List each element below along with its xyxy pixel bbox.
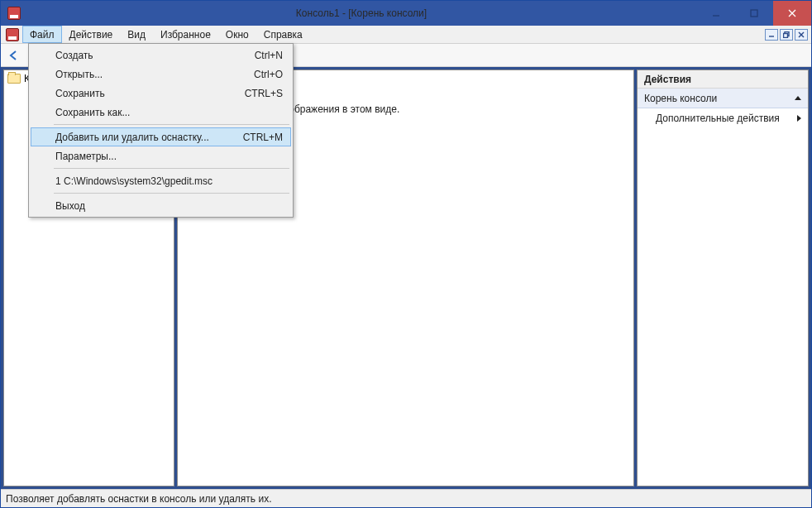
chevron-right-icon bbox=[797, 115, 801, 122]
menu-favorites[interactable]: Избранное bbox=[153, 26, 218, 43]
menu-file[interactable]: Файл bbox=[22, 26, 62, 43]
collapse-icon bbox=[795, 96, 801, 100]
menu-item-exit[interactable]: Выход bbox=[31, 196, 291, 215]
menu-item-add-remove-snapin[interactable]: Добавить или удалить оснастку... CTRL+M bbox=[31, 127, 291, 146]
svg-rect-6 bbox=[784, 33, 788, 37]
menu-item-label: Параметры... bbox=[55, 151, 117, 162]
menu-item-open[interactable]: Открыть... Ctrl+O bbox=[31, 65, 291, 84]
maximize-button[interactable] bbox=[735, 1, 773, 26]
menubar: Файл Действие Вид Избранное Окно Справка bbox=[1, 26, 811, 44]
menu-help[interactable]: Справка bbox=[256, 26, 310, 43]
mdi-restore-button[interactable] bbox=[780, 29, 793, 41]
minimize-button[interactable] bbox=[697, 1, 735, 26]
menu-item-create[interactable]: Создать Ctrl+N bbox=[31, 46, 291, 65]
menu-item-label: Добавить или удалить оснастку... bbox=[55, 132, 209, 143]
close-button[interactable] bbox=[773, 1, 811, 26]
window-controls bbox=[697, 1, 811, 26]
menu-view[interactable]: Вид bbox=[120, 26, 153, 43]
titlebar: Консоль1 - [Корень консоли] bbox=[1, 1, 811, 26]
menu-separator bbox=[54, 168, 289, 169]
actions-more-row[interactable]: Дополнительные действия bbox=[638, 108, 808, 128]
menu-action[interactable]: Действие bbox=[62, 26, 121, 43]
menu-item-label: Сохранить bbox=[55, 88, 105, 99]
actions-header: Действия bbox=[638, 70, 808, 89]
menu-item-label: Создать bbox=[55, 50, 93, 61]
menu-item-label: Сохранить как... bbox=[55, 107, 130, 118]
app-icon-small bbox=[6, 28, 19, 41]
menu-window[interactable]: Окно bbox=[218, 26, 256, 43]
menu-item-options[interactable]: Параметры... bbox=[31, 146, 291, 165]
window-title: Консоль1 - [Корень консоли] bbox=[26, 7, 697, 19]
menu-separator bbox=[54, 193, 289, 194]
menu-separator bbox=[54, 124, 289, 125]
status-text: Позволяет добавлять оснастки в консоль и… bbox=[6, 493, 271, 505]
menu-item-label: Выход bbox=[55, 200, 85, 212]
menu-item-label: Открыть... bbox=[55, 69, 103, 80]
menu-item-label: 1 C:\Windows\system32\gpedit.msc bbox=[55, 175, 213, 187]
actions-more-label: Дополнительные действия bbox=[656, 113, 780, 124]
file-menu-dropdown: Создать Ctrl+N Открыть... Ctrl+O Сохрани… bbox=[28, 43, 294, 218]
mdi-minimize-button[interactable] bbox=[765, 29, 778, 41]
menu-item-shortcut: Ctrl+O bbox=[254, 69, 283, 80]
menu-item-save-as[interactable]: Сохранить как... bbox=[31, 103, 291, 122]
mdi-controls bbox=[765, 26, 811, 43]
actions-root-label: Корень консоли bbox=[644, 93, 717, 104]
folder-icon bbox=[7, 74, 21, 84]
menu-item-shortcut: CTRL+S bbox=[245, 88, 283, 99]
menu-item-shortcut: CTRL+M bbox=[243, 132, 283, 143]
menu-item-shortcut: Ctrl+N bbox=[255, 50, 283, 61]
mdi-close-button[interactable] bbox=[795, 29, 808, 41]
statusbar: Позволяет добавлять оснастки в консоль и… bbox=[1, 489, 811, 507]
menu-item-recent-1[interactable]: 1 C:\Windows\system32\gpedit.msc bbox=[31, 171, 291, 190]
menu-item-save[interactable]: Сохранить CTRL+S bbox=[31, 84, 291, 103]
app-icon bbox=[7, 7, 21, 20]
actions-root-row[interactable]: Корень консоли bbox=[638, 89, 808, 108]
back-button[interactable] bbox=[6, 47, 22, 64]
actions-pane: Действия Корень консоли Дополнительные д… bbox=[637, 69, 809, 486]
svg-rect-1 bbox=[751, 10, 757, 17]
